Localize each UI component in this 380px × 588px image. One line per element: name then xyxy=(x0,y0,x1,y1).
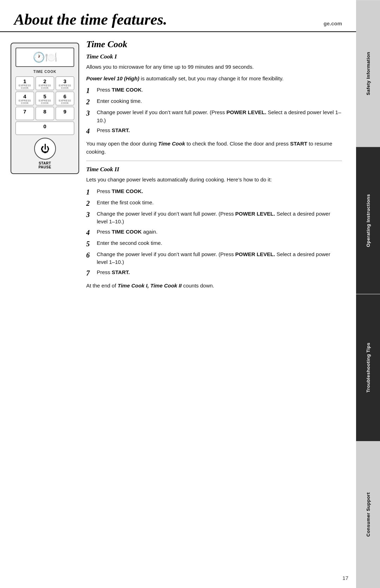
keypad-grid: 1 EXPRESS COOK 2 EXPRESS COOK 3 EXPRESS … xyxy=(15,76,74,120)
sidebar-safety-label: Safety Information xyxy=(366,52,371,95)
key-0[interactable]: 0 xyxy=(15,122,74,135)
step-1-4: 4 Press START. xyxy=(86,126,342,136)
website-label: ge.com xyxy=(323,20,342,29)
sidebar-tab-consumer[interactable]: Consumer Support xyxy=(356,441,380,588)
key-zero-row: 0 xyxy=(15,122,74,135)
step-2-5-text: Enter the second cook time. xyxy=(97,239,162,247)
key-6[interactable]: 6 EXPRESS COOK xyxy=(56,92,74,105)
step-1-2: 2 Enter cooking time. xyxy=(86,97,342,106)
content-body: 🕐🍽️ TIME COOK 1 EXPRESS COOK 2 EXPRESS C… xyxy=(0,32,356,300)
time-cook-1-steps: 1 Press TIME COOK. 2 Enter cooking time.… xyxy=(86,86,342,136)
sidebar: Safety Information Operating Instruction… xyxy=(356,0,380,588)
closing-text: At the end of Time Cook I, Time Cook II … xyxy=(86,282,342,290)
start-pause-button[interactable]: ⏻ STARTPAUSE xyxy=(34,138,56,169)
power-level-text: is automatically set, but you may change… xyxy=(141,75,284,81)
divider xyxy=(86,161,342,161)
key-2[interactable]: 2 EXPRESS COOK xyxy=(36,76,54,90)
key-7[interactable]: 7 xyxy=(15,107,34,120)
subsection-title-2: Time Cook II xyxy=(86,166,342,173)
sidebar-operating-label: Operating Instructions xyxy=(366,194,371,247)
sidebar-tab-operating[interactable]: Operating Instructions xyxy=(356,147,380,294)
page-container: Safety Information Operating Instruction… xyxy=(0,0,380,588)
step-2-6: 6 Change the power level if you don’t wa… xyxy=(86,250,342,266)
time-cook-2-intro: Lets you change power levels automatical… xyxy=(86,176,342,184)
section-title-time-cook: Time Cook xyxy=(86,39,342,50)
sidebar-troubleshooting-label: Troubleshooting Tips xyxy=(366,342,371,392)
key-9[interactable]: 9 xyxy=(56,107,74,120)
display-icon: 🕐🍽️ xyxy=(33,51,57,63)
step-2-5: 5 Enter the second cook time. xyxy=(86,239,342,248)
page-title: About the time features. xyxy=(14,11,167,29)
step-1-1: 1 Press TIME COOK. xyxy=(86,86,342,95)
key-4[interactable]: 4 EXPRESS COOK xyxy=(15,92,34,105)
page-header: About the time features. ge.com xyxy=(0,0,356,32)
time-cook-1-note: You may open the door during Time Cook t… xyxy=(86,140,342,156)
time-cook-2-steps: 1 Press TIME COOK. 2 Enter the first coo… xyxy=(86,187,342,278)
page-number: 17 xyxy=(342,575,348,581)
keypad-panel: 🕐🍽️ TIME COOK 1 EXPRESS COOK 2 EXPRESS C… xyxy=(11,43,79,174)
start-pause-label: STARTPAUSE xyxy=(38,161,51,169)
step-2-2: 2 Enter the first cook time. xyxy=(86,199,342,208)
key-1[interactable]: 1 EXPRESS COOK xyxy=(15,76,34,90)
sidebar-consumer-label: Consumer Support xyxy=(366,493,371,537)
main-content: About the time features. ge.com 🕐🍽️ TIME… xyxy=(0,0,356,588)
step-2-3: 3 Change the power level if you don’t wa… xyxy=(86,210,342,226)
keypad-label: TIME COOK xyxy=(15,70,74,74)
step-1-3: 3 Change power level if you don’t want f… xyxy=(86,109,342,124)
subsection-title-1: Time Cook I xyxy=(86,53,342,60)
power-level-bold: Power level 10 (High) xyxy=(86,75,139,81)
step-2-4: 4 Press TIME COOK again. xyxy=(86,228,342,237)
sidebar-tab-troubleshooting[interactable]: Troubleshooting Tips xyxy=(356,294,380,441)
step-2-2-text: Enter the first cook time. xyxy=(97,199,154,207)
power-level-note: Power level 10 (High) is automatically s… xyxy=(86,75,342,83)
key-8[interactable]: 8 xyxy=(36,107,54,120)
key-5[interactable]: 5 EXPRESS COOK xyxy=(36,92,54,105)
keypad-display: 🕐🍽️ xyxy=(15,48,74,67)
time-cook-1-intro: Allows you to microwave for any time up … xyxy=(86,63,342,71)
text-content: Time Cook Time Cook I Allows you to micr… xyxy=(86,39,342,293)
key-3[interactable]: 3 EXPRESS COOK xyxy=(56,76,74,90)
sidebar-tab-safety[interactable]: Safety Information xyxy=(356,0,380,147)
step-1-2-text: Enter cooking time. xyxy=(97,97,142,105)
step-2-7: 7 Press START. xyxy=(86,268,342,278)
step-2-1: 1 Press TIME COOK. xyxy=(86,187,342,197)
power-icon: ⏻ xyxy=(40,143,50,154)
